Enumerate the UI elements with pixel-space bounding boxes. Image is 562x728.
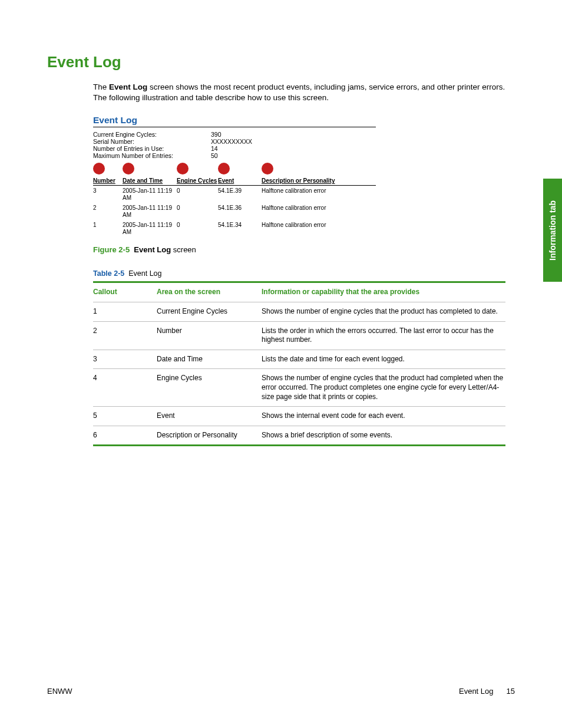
figure-table-row: 3 2005-Jan-11 11:19 AM 0 54.1E.39 Halfto… [93,186,376,203]
cell-info: Shows a brief description of some events… [262,431,505,440]
callout-dot-icon [262,163,273,174]
footer-section: Event Log [459,687,494,696]
cell-engine: 0 [177,187,218,201]
reference-table-row: 6 Description or Personality Shows a bri… [93,426,505,445]
col-number: Number [93,177,115,184]
side-tab-label: Information tab [548,200,557,261]
cell-event: 54.1E.34 [218,222,262,235]
cell-info: Shows the internal event code for each e… [262,411,505,421]
cell-callout: 5 [93,411,157,421]
callout-dot-icon [177,163,189,174]
cell-date: 2005-Jan-11 11:19 AM [123,205,177,218]
cell-area: Date and Time [157,355,262,364]
col-desc: Description or Personality [262,177,335,184]
page-title: Event Log [47,53,515,71]
stat-value: 390 [211,131,222,138]
callout-dot-icon [123,163,134,174]
cell-engine: 0 [177,222,218,235]
cell-date: 2005-Jan-11 11:19 AM [123,187,177,201]
reference-table-row: 5 Event Shows the internal event code fo… [93,407,505,426]
header-info: Information or capability that the area … [262,288,505,297]
table-caption: Table 2-5 Event Log [93,269,515,278]
cell-area: Engine Cycles [157,374,262,401]
stat-label: Current Engine Cycles: [93,131,211,138]
cell-area: Current Engine Cycles [157,307,262,317]
intro-bold: Event Log [109,83,147,91]
cell-info: Lists the date and time for each event l… [262,355,505,364]
table-caption-title: Event Log [128,269,161,278]
reference-table-row: 1 Current Engine Cycles Shows the number… [93,302,505,322]
cell-info: Lists the order in which the errors occu… [262,327,505,345]
intro-paragraph: The Event Log screen shows the most rece… [93,82,515,103]
figure-heading: Event Log [93,115,376,127]
cell-number: 3 [93,187,123,201]
callout-dots-row [93,163,376,176]
cell-callout: 4 [93,374,157,401]
figure-caption-suffix: screen [171,245,196,254]
stat-label: Number of Entries in Use: [93,145,211,152]
intro-suffix: screen shows the most recent product eve… [93,83,505,102]
footer-page-number: 15 [507,687,515,696]
cell-area: Event [157,411,262,421]
reference-table-row: 3 Date and Time Lists the date and time … [93,350,505,370]
cell-info: Shows the number of engine cycles that t… [262,374,505,401]
cell-event: 54.1E.39 [218,187,262,201]
figure-table-row: 1 2005-Jan-11 11:19 AM 0 54.1E.34 Halfto… [93,220,376,237]
col-engine: Engine Cycles [177,177,217,184]
cell-engine: 0 [177,205,218,218]
reference-table-row: 2 Number Lists the order in which the er… [93,322,505,350]
event-log-figure: Event Log Current Engine Cycles:390 Seri… [93,115,376,237]
figure-caption-title: Event Log [134,245,171,254]
intro-prefix: The [93,83,109,91]
cell-desc: Halftone calibration error [262,187,376,201]
cell-date: 2005-Jan-11 11:19 AM [123,222,177,235]
figure-stats: Current Engine Cycles:390 Serial Number:… [93,131,376,159]
col-date: Date and Time [123,177,163,184]
col-event: Event [218,177,234,184]
cell-callout: 2 [93,327,157,345]
page-footer: ENWW Event Log 15 [47,687,515,696]
stat-label: Maximum Number of Entries: [93,152,211,159]
cell-event: 54.1E.36 [218,205,262,218]
side-tab-information[interactable]: Information tab [543,179,562,282]
stat-value: XXXXXXXXXX [211,138,252,145]
callout-dot-icon [93,163,105,174]
cell-callout: 1 [93,307,157,317]
figure-caption: Figure 2-5 Event Log screen [93,245,515,254]
table-caption-number: Table 2-5 [93,269,124,278]
stat-label: Serial Number: [93,138,211,145]
stat-value: 14 [211,145,218,152]
cell-number: 1 [93,222,123,235]
cell-info: Shows the number of engine cycles that t… [262,307,505,317]
header-area: Area on the screen [157,288,262,297]
callout-dot-icon [218,163,230,174]
figure-table-header: Number Date and Time Engine Cycles Event… [93,176,376,186]
reference-table-row: 4 Engine Cycles Shows the number of engi… [93,369,505,407]
cell-area: Description or Personality [157,431,262,440]
reference-table-header: Callout Area on the screen Information o… [93,283,505,302]
reference-table: Callout Area on the screen Information o… [93,281,505,446]
cell-desc: Halftone calibration error [262,205,376,218]
cell-desc: Halftone calibration error [262,222,376,235]
cell-number: 2 [93,205,123,218]
footer-left: ENWW [47,687,72,696]
cell-callout: 6 [93,431,157,440]
cell-area: Number [157,327,262,345]
figure-table-row: 2 2005-Jan-11 11:19 AM 0 54.1E.36 Halfto… [93,203,376,220]
stat-value: 50 [211,152,218,159]
header-callout: Callout [93,288,157,297]
figure-caption-number: Figure 2-5 [93,245,130,254]
cell-callout: 3 [93,355,157,364]
